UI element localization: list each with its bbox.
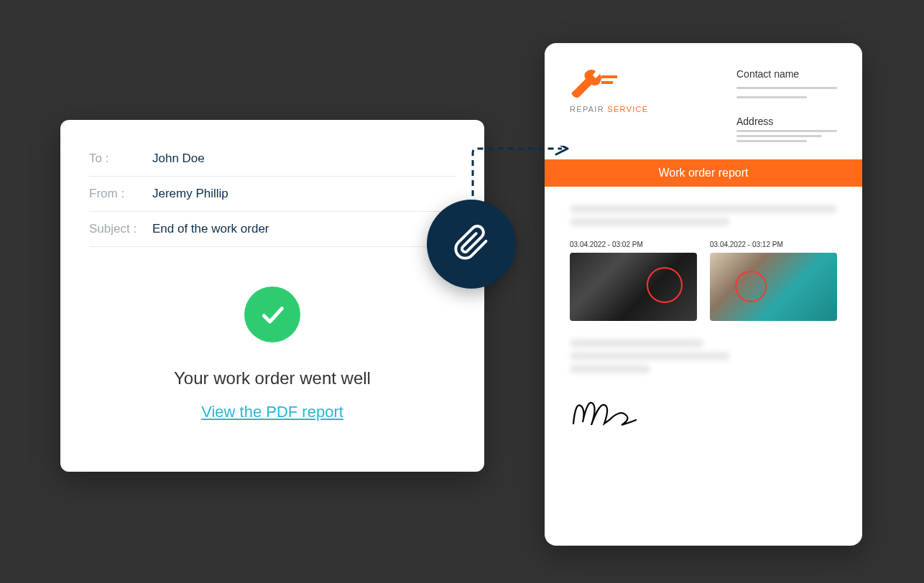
success-message: Your work order went well bbox=[174, 368, 371, 388]
from-label: From : bbox=[89, 187, 152, 201]
blurred-text bbox=[570, 218, 730, 226]
email-row-to: To : John Doe bbox=[89, 141, 456, 177]
signature-icon bbox=[570, 421, 642, 433]
address-group: Address bbox=[736, 116, 837, 145]
signature-section bbox=[570, 395, 837, 434]
logo-repair: REPAIR bbox=[570, 105, 604, 113]
subject-label: Subject : bbox=[89, 222, 152, 236]
svg-rect-0 bbox=[601, 75, 617, 78]
blurred-text bbox=[570, 205, 837, 213]
photo-block-2: 03.04.2022 - 03:12 PM bbox=[710, 241, 837, 321]
placeholder-line bbox=[736, 140, 807, 142]
photo-block-1: 03.04.2022 - 03:02 PM bbox=[570, 241, 697, 321]
placeholder-line bbox=[736, 130, 837, 132]
success-check-icon bbox=[244, 286, 300, 342]
placeholder-line bbox=[736, 135, 822, 137]
engine-photo bbox=[570, 253, 697, 321]
wrench-logo-icon bbox=[570, 68, 649, 103]
blurred-text bbox=[570, 365, 650, 373]
email-row-from: From : Jeremy Phillip bbox=[89, 177, 456, 212]
blurred-text bbox=[570, 339, 703, 348]
annotation-circle-icon bbox=[735, 271, 767, 302]
svg-rect-1 bbox=[601, 81, 613, 84]
paperclip-icon bbox=[453, 224, 490, 264]
annotation-circle-icon bbox=[647, 267, 683, 303]
email-row-subject: Subject : End of the work order bbox=[89, 212, 456, 247]
to-value: John Doe bbox=[152, 151, 205, 166]
contact-section: Contact name Address bbox=[736, 68, 837, 145]
placeholder-line bbox=[736, 87, 837, 89]
logo-service: SERVICE bbox=[604, 105, 649, 113]
photo-timestamp-1: 03.04.2022 - 03:02 PM bbox=[570, 241, 697, 248]
to-label: To : bbox=[89, 151, 152, 166]
view-pdf-report-link[interactable]: View the PDF report bbox=[201, 403, 343, 421]
from-value: Jeremy Phillip bbox=[152, 187, 228, 201]
report-card: REPAIR SERVICE Contact name Address Work… bbox=[545, 43, 862, 546]
photos-section: 03.04.2022 - 03:02 PM 03.04.2022 - 03:12… bbox=[570, 241, 837, 321]
report-header: REPAIR SERVICE Contact name Address bbox=[545, 43, 862, 159]
subject-value: End of the work order bbox=[152, 222, 269, 236]
report-banner: Work order report bbox=[545, 159, 862, 187]
logo-text: REPAIR SERVICE bbox=[570, 105, 649, 113]
email-body: Your work order went well View the PDF r… bbox=[89, 247, 456, 421]
address-label: Address bbox=[736, 116, 837, 127]
placeholder-line bbox=[736, 96, 807, 98]
attachment-badge bbox=[427, 200, 516, 289]
photo-timestamp-2: 03.04.2022 - 03:12 PM bbox=[710, 241, 837, 248]
contact-name-label: Contact name bbox=[736, 68, 837, 80]
logo-section: REPAIR SERVICE bbox=[570, 68, 649, 113]
email-card: To : John Doe From : Jeremy Phillip Subj… bbox=[60, 120, 484, 472]
report-body: 03.04.2022 - 03:02 PM 03.04.2022 - 03:12… bbox=[545, 187, 862, 452]
blurred-text bbox=[570, 352, 730, 360]
pump-photo bbox=[710, 253, 837, 321]
